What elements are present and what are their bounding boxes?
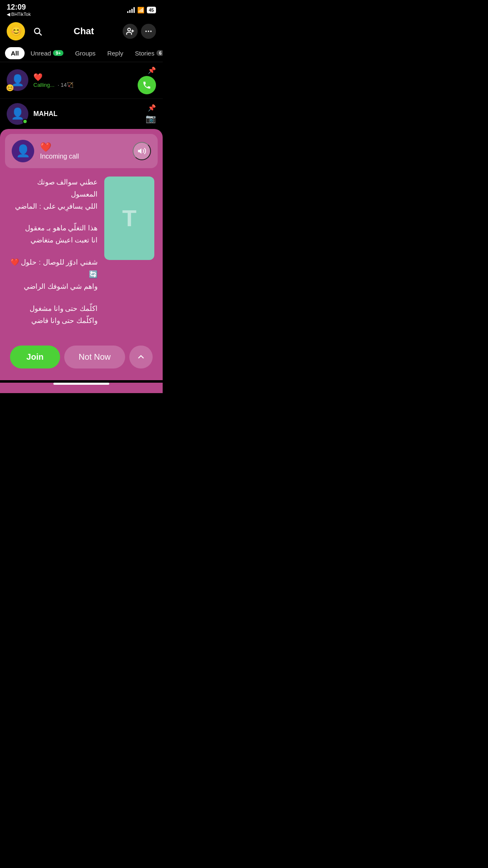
status-bar: 12:09 ◀ BHTikTok 📶 45 — [0, 0, 163, 19]
tab-reply[interactable]: Reply — [101, 47, 129, 59]
tab-all[interactable]: All — [5, 47, 25, 59]
calling-counter: · 14🏹 — [56, 82, 73, 88]
call-card: 👤 ❤️ Incoming call — [5, 134, 158, 168]
chat-meta-group: 📌 — [138, 66, 156, 94]
mahal-chat-name: MAHAL — [33, 110, 141, 118]
mahal-avatar-icon: 👤 — [11, 107, 24, 120]
signal-icon — [127, 7, 135, 13]
group-emoji-overlay: 😊 — [6, 84, 14, 92]
expand-button[interactable] — [129, 346, 153, 368]
caller-avatar: 👤 — [12, 140, 34, 162]
status-carrier: ◀ BHTikTok — [7, 12, 31, 17]
camera-icon[interactable]: 📷 — [146, 114, 156, 124]
join-button[interactable]: Join — [10, 346, 60, 368]
call-heart-emoji: ❤️ — [40, 142, 127, 153]
call-info: ❤️ Incoming call — [40, 142, 127, 160]
chat-item-group[interactable]: 👤 😊 ❤️ Calling... · 14🏹 📌 — [0, 62, 163, 99]
svg-point-2 — [128, 28, 131, 31]
svg-point-6 — [148, 30, 149, 32]
add-person-button[interactable] — [123, 24, 138, 39]
home-indicator-area — [0, 383, 163, 393]
caller-avatar-icon: 👤 — [16, 144, 30, 158]
incoming-call-overlay: 👤 ❤️ Incoming call عطني سوالف صوتك المعس… — [0, 129, 163, 380]
poem-area: عطني سوالف صوتك المعسول اللي يسافرِبي عل… — [5, 177, 158, 337]
sound-toggle-button[interactable] — [133, 142, 151, 160]
battery-indicator: 45 — [147, 7, 156, 13]
pin-icon-mahal: 📌 — [148, 104, 156, 112]
poem-stanza-4: اكلّمك حتى وانا مشغول واكلّمك حتى وانا ف… — [8, 303, 98, 327]
chat-meta-mahal: 📌 📷 — [146, 104, 156, 124]
user-avatar[interactable]: 😊 — [7, 22, 25, 40]
chat-item-mahal[interactable]: 👤 MAHAL 📌 📷 — [0, 99, 163, 129]
tab-groups[interactable]: Groups — [69, 47, 101, 59]
call-status-text: Incoming call — [40, 153, 127, 160]
tab-unread[interactable]: Unread 9+ — [25, 47, 69, 59]
wifi-icon: 📶 — [137, 7, 144, 13]
app-screen: 12:09 ◀ BHTikTok 📶 45 😊 Chat — [0, 0, 163, 393]
avatar-emoji: 😊 — [10, 26, 22, 37]
svg-point-5 — [146, 30, 147, 32]
home-indicator — [53, 383, 109, 385]
chat-avatar-mahal: 👤 — [7, 103, 28, 125]
poem-stanza-3: شفني ادوّر للوصال : حلول ❤️🔄 واهم شي اشو… — [8, 257, 98, 293]
poem-stanza-2: هذا التغلّي ماهو بـ معقول انا تعبت اعيش … — [8, 222, 98, 247]
chat-header: 😊 Chat — [0, 19, 163, 45]
status-time: 12:09 — [7, 3, 31, 12]
join-call-button[interactable] — [138, 76, 156, 94]
svg-point-7 — [150, 30, 151, 32]
header-actions — [123, 24, 156, 39]
chat-preview-group: Calling... · 14🏹 — [33, 82, 133, 88]
chat-avatar-group: 👤 😊 — [7, 69, 28, 91]
chat-list: 👤 😊 ❤️ Calling... · 14🏹 📌 — [0, 62, 163, 129]
not-now-button[interactable]: Not Now — [64, 346, 125, 368]
status-right: 📶 45 — [127, 7, 156, 13]
poem-text-column: عطني سوالف صوتك المعسول اللي يسافرِبي عل… — [8, 177, 98, 337]
poem-stanza-1: عطني سوالف صوتك المعسول اللي يسافرِبي عل… — [8, 177, 98, 213]
unread-badge: 9+ — [53, 50, 63, 56]
thumbnail-card: T — [104, 177, 154, 260]
thumbnail-letter: T — [122, 204, 136, 232]
pin-icon-group: 📌 — [148, 66, 156, 74]
page-title: Chat — [50, 26, 118, 37]
heart-emoji: ❤️ — [33, 73, 43, 82]
svg-line-1 — [39, 33, 41, 35]
online-status-dot — [23, 119, 28, 124]
chat-info-mahal: MAHAL — [33, 110, 141, 118]
more-options-button[interactable] — [141, 24, 156, 39]
filter-tabs: All Unread 9+ Groups Reply Stories 6 — [0, 45, 163, 62]
status-left: 12:09 ◀ BHTikTok — [7, 3, 31, 17]
stories-badge: 6 — [156, 50, 163, 56]
action-row: Join Not Now — [5, 341, 158, 375]
chat-info-group: ❤️ Calling... · 14🏹 — [33, 73, 133, 88]
tab-stories[interactable]: Stories 6 — [129, 47, 163, 59]
search-button[interactable] — [30, 24, 45, 39]
